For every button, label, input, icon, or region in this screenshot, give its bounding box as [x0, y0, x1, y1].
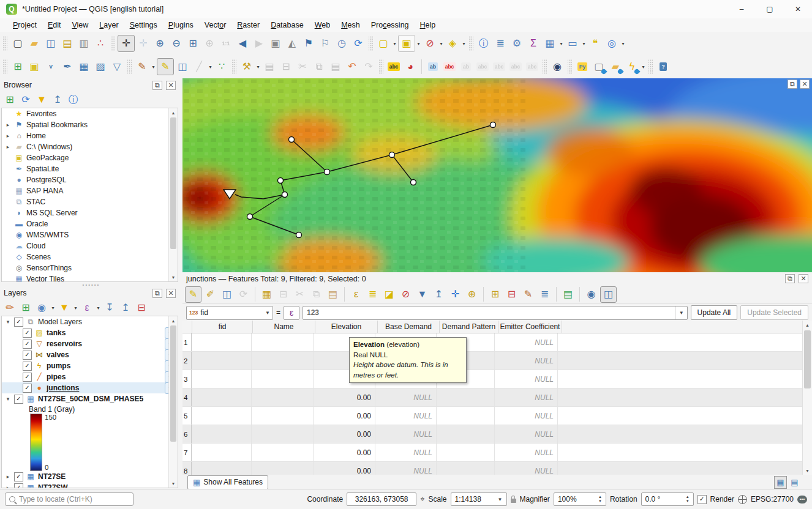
layer-item-nt27se[interactable]: ▸✓▦NT27SE: [2, 471, 178, 482]
scroll-down-icon[interactable]: ▼: [803, 466, 812, 475]
menu-mesh[interactable]: Mesh: [336, 20, 366, 31]
filter-by-expression-button[interactable]: ε: [80, 300, 94, 315]
table-field-calculator-button[interactable]: ✎: [521, 287, 536, 302]
new-virtual-layer-button[interactable]: ▽: [109, 59, 125, 75]
cell-elevation[interactable]: 0.00: [314, 425, 375, 443]
column-header-name[interactable]: Name: [253, 321, 315, 333]
new-geopackage-layer-button[interactable]: ▣: [26, 59, 42, 75]
cell-elevation[interactable]: 0.00: [314, 444, 375, 461]
layer-checkbox[interactable]: ✓: [14, 483, 23, 489]
attribute-table-float-icon[interactable]: ⧉: [785, 274, 795, 283]
layer-item-pumps[interactable]: ✓ϟpumps: [2, 360, 178, 371]
table-filter-select-button[interactable]: ▼: [415, 287, 430, 302]
cell-name[interactable]: [252, 462, 314, 475]
cell-name[interactable]: [252, 352, 314, 370]
select-by-value-dropdown-icon[interactable]: ▾: [416, 41, 421, 46]
expand-icon[interactable]: ▸: [4, 122, 12, 128]
form-view-button[interactable]: ▤: [788, 476, 801, 489]
new-3d-map-view-button[interactable]: ◭: [284, 35, 300, 51]
add-group-button[interactable]: ⊞: [18, 300, 33, 315]
layer-checkbox[interactable]: ✓: [23, 351, 32, 360]
browser-item-spatial-bookmarks[interactable]: ▸⚑Spatial Bookmarks: [2, 119, 178, 130]
identify-features-button[interactable]: ⓘ: [476, 35, 492, 51]
row-number[interactable]: 3: [182, 370, 192, 388]
browser-item-stac[interactable]: ⧉STAC: [2, 196, 178, 207]
open-attribute-table-button[interactable]: ▦: [542, 35, 558, 51]
filter-by-expression-dropdown-icon[interactable]: ▾: [96, 305, 101, 311]
expand-icon[interactable]: ▸: [4, 133, 12, 139]
cell-emitter_coefficient[interactable]: NULL: [495, 462, 558, 475]
new-map-view-button[interactable]: ▣: [268, 35, 284, 51]
layer-item-valves[interactable]: ✓⋈valves: [2, 349, 178, 360]
refresh-browser-button[interactable]: ⟳: [18, 92, 33, 107]
browser-item-postgresql[interactable]: ●PostgreSQL: [2, 174, 178, 185]
row-number[interactable]: 7: [182, 444, 192, 461]
expand-all-button[interactable]: ↧: [102, 300, 117, 315]
column-header-demand-pattern[interactable]: Demand Pattern: [440, 321, 498, 333]
layer-item-nt27sw[interactable]: ▸✓▦NT27SW: [2, 482, 178, 488]
table-invert-selection-button[interactable]: ◪: [382, 287, 397, 302]
cell-fid[interactable]: [192, 352, 252, 370]
cell-name[interactable]: [252, 388, 314, 406]
browser-item-home[interactable]: ▸⌂Home: [2, 130, 178, 141]
layer-checkbox[interactable]: ✓: [14, 472, 23, 481]
browser-item-spatialite[interactable]: ✒SpatiaLite: [2, 163, 178, 174]
row-number[interactable]: 1: [182, 333, 192, 351]
browser-float-icon[interactable]: ⧉: [152, 81, 162, 90]
layer-checkbox[interactable]: ✓: [23, 362, 32, 371]
attribute-table-close-icon[interactable]: ✕: [799, 274, 808, 283]
scroll-down-icon[interactable]: ▼: [169, 273, 178, 281]
layers-float-icon[interactable]: ⧉: [152, 289, 162, 298]
new-temporary-layer-button[interactable]: ▦: [76, 59, 92, 75]
column-header-elevation[interactable]: Elevation: [315, 321, 378, 333]
layer-checkbox[interactable]: ✓: [14, 395, 23, 404]
scroll-up-icon[interactable]: ▲: [169, 316, 178, 325]
browser-scrollbar[interactable]: ▲ ▼: [168, 108, 178, 281]
table-toggle-editing-button[interactable]: ✎: [185, 286, 201, 303]
browser-item-c-windows[interactable]: ▸▰C:\ (Windows): [2, 141, 178, 152]
cell-emitter_coefficient[interactable]: NULL: [495, 407, 558, 425]
select-features-button[interactable]: ▢: [375, 35, 391, 51]
help-button[interactable]: ?: [655, 59, 671, 75]
undo-button[interactable]: ↶: [344, 59, 360, 75]
advanced-digitizing-button[interactable]: ⚒: [239, 59, 255, 75]
collapse-icon[interactable]: ▾: [4, 319, 12, 325]
menu-web[interactable]: Web: [309, 20, 336, 31]
scroll-up-icon[interactable]: ▲: [169, 108, 178, 117]
measure-dropdown-icon[interactable]: ▾: [581, 41, 587, 46]
magnifier-spinbox[interactable]: 100%▲▼: [554, 492, 606, 506]
column-header-emitter-coefficient[interactable]: Emitter Coefficient: [498, 321, 562, 333]
table-select-all-button[interactable]: ≣: [365, 287, 380, 302]
browser-item-geopackage[interactable]: ▣GeoPackage: [2, 152, 178, 163]
layers-close-icon[interactable]: ✕: [166, 289, 176, 298]
table-deselect-all-button[interactable]: ⊘: [398, 287, 413, 302]
cell-emitter_coefficient[interactable]: NULL: [495, 370, 558, 388]
cell-fid[interactable]: [192, 333, 252, 351]
cell-demand_pattern[interactable]: [437, 425, 495, 443]
highlight-pinned-labels-button[interactable]: abc: [442, 59, 457, 75]
filter-browser-button[interactable]: ▼: [34, 92, 49, 107]
coordinate-input[interactable]: 326163, 673058: [347, 492, 416, 506]
expression-builder-button[interactable]: ε: [284, 306, 299, 320]
table-paste-button[interactable]: ▤: [325, 287, 340, 302]
new-spatialite-layer-button[interactable]: ✒: [59, 59, 75, 75]
select-by-value-button[interactable]: ▣: [398, 35, 415, 52]
cell-base_demand[interactable]: NULL: [375, 444, 437, 461]
table-new-field-button[interactable]: ⊞: [487, 287, 503, 302]
statistical-summary-button[interactable]: ≣: [492, 35, 508, 51]
water-plugin-run-dropdown-icon[interactable]: ▾: [641, 64, 646, 70]
expand-icon[interactable]: ▸: [4, 474, 12, 480]
cell-name[interactable]: [252, 370, 314, 388]
digitize-with-segment-dropdown-icon[interactable]: ▾: [208, 64, 213, 70]
table-conditional-formatting-button[interactable]: ▤: [560, 287, 576, 302]
maximize-button[interactable]: ▢: [756, 0, 784, 18]
layer-checkbox[interactable]: ✓: [23, 373, 32, 382]
cell-emitter_coefficient[interactable]: NULL: [495, 333, 558, 351]
table-add-feature-button[interactable]: ▦: [259, 287, 274, 302]
layer-group-model-layers[interactable]: ▾✓⧉Model Layers: [2, 316, 178, 327]
table-multiedit-button[interactable]: ✐: [203, 287, 218, 302]
scroll-up-icon[interactable]: ▲: [803, 321, 812, 329]
browser-item-cloud[interactable]: ☁Cloud: [2, 240, 178, 251]
refresh-map-button[interactable]: ⟳: [350, 35, 366, 51]
extents-toggle-icon[interactable]: ⌖: [420, 494, 424, 504]
